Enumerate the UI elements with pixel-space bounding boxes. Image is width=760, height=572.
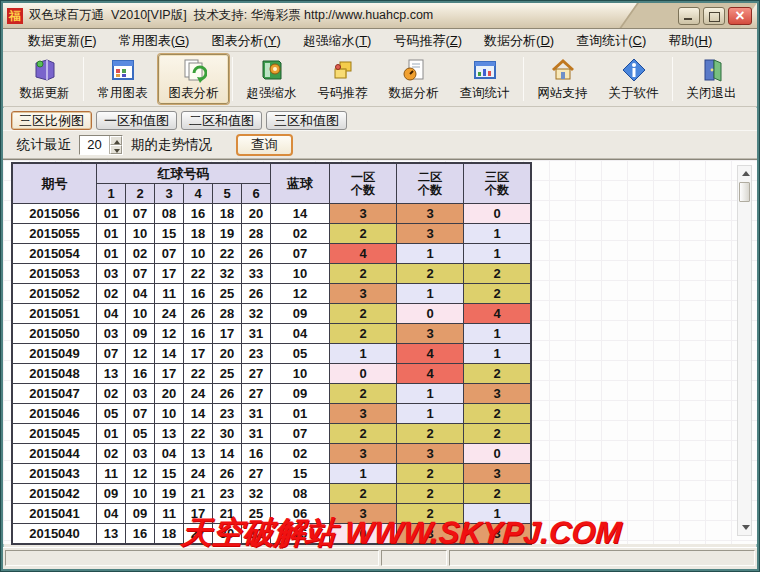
header-zone-2: 二区个数 <box>397 164 464 204</box>
toolbar-button-3[interactable]: 图表分析 <box>158 54 229 104</box>
stepper-up-icon[interactable] <box>110 136 122 145</box>
data-analysis-gauge-icon <box>401 57 427 83</box>
scroll-up-icon[interactable] <box>738 168 751 180</box>
red-ball-cell: 10 <box>126 304 155 324</box>
period-count-value[interactable]: 20 <box>80 136 109 154</box>
period-cell: 2015048 <box>13 364 97 384</box>
close-button[interactable] <box>728 7 752 25</box>
menu-item-7[interactable]: 查询统计(C) <box>565 29 657 51</box>
blue-ball-cell: 01 <box>271 404 330 424</box>
red-ball-cell: 07 <box>155 244 184 264</box>
toolbar-button-6[interactable]: 数据分析 <box>378 54 449 104</box>
zone3-count-cell: 2 <box>464 404 531 424</box>
red-ball-cell: 26 <box>242 244 271 264</box>
toolbar-separator <box>83 57 84 101</box>
toolbar-button-7[interactable]: 查询统计 <box>449 54 520 104</box>
red-ball-cell: 05 <box>126 424 155 444</box>
period-cell: 2015040 <box>13 524 97 544</box>
red-ball-cell: 33 <box>242 264 271 284</box>
table-row: 201504605071014233101312 <box>13 404 531 424</box>
zone1-count-cell: 4 <box>330 244 397 264</box>
menu-item-6[interactable]: 数据分析(D) <box>473 29 565 51</box>
zone3-count-cell: 2 <box>464 364 531 384</box>
zone2-count-cell: 3 <box>397 324 464 344</box>
period-cell: 2015054 <box>13 244 97 264</box>
header-red-col: 3 <box>155 184 184 204</box>
blue-ball-cell: 07 <box>271 244 330 264</box>
toolbar-button-4[interactable]: 超强缩水 <box>236 54 307 104</box>
period-cell: 2015053 <box>13 264 97 284</box>
toolbar-button-5[interactable]: 号码推荐 <box>307 54 378 104</box>
red-ball-cell: 18 <box>184 224 213 244</box>
stat-suffix-label: 期的走势情况 <box>131 136 212 154</box>
red-ball-cell: 20 <box>155 384 184 404</box>
stepper-down-icon[interactable] <box>110 145 122 154</box>
red-ball-cell: 21 <box>184 484 213 504</box>
tab-4[interactable]: 三区和值图 <box>266 111 347 130</box>
maximize-button[interactable] <box>703 7 725 25</box>
zone2-count-cell: 3 <box>397 224 464 244</box>
toolbar-button-label: 关闭退出 <box>687 85 737 102</box>
table-row: 201504501051322303107222 <box>13 424 531 444</box>
query-button[interactable]: 查询 <box>236 134 293 156</box>
menu-item-5[interactable]: 号码推荐(Z) <box>382 29 473 51</box>
menu-item-1[interactable]: 数据更新(F) <box>17 29 108 51</box>
period-cell: 2015044 <box>13 444 97 464</box>
period-cell: 2015045 <box>13 424 97 444</box>
zone2-count-cell: 2 <box>397 424 464 444</box>
scroll-down-icon[interactable] <box>738 521 751 533</box>
period-cell: 2015051 <box>13 304 97 324</box>
blue-ball-cell: 14 <box>271 204 330 224</box>
red-ball-cell: 13 <box>155 424 184 444</box>
toolbar-button-2[interactable]: 常用图表 <box>87 54 158 104</box>
table-row: 201504402030413141602330 <box>13 444 531 464</box>
menu-item-3[interactable]: 图表分析(Y) <box>200 29 291 51</box>
red-ball-cell: 17 <box>184 344 213 364</box>
red-ball-cell: 15 <box>155 464 184 484</box>
red-ball-cell: 16 <box>242 444 271 464</box>
red-ball-cell: 32 <box>213 264 242 284</box>
title-bar[interactable]: 福 双色球百万通 V2010[VIP版] 技术支持: 华海彩票 http://w… <box>3 3 757 29</box>
red-ball-cell: 02 <box>97 284 126 304</box>
zone3-count-cell: 1 <box>464 244 531 264</box>
toolbar-button-8[interactable]: 网站支持 <box>527 54 598 104</box>
vertical-scrollbar[interactable] <box>737 165 752 536</box>
red-ball-cell: 03 <box>126 444 155 464</box>
tab-2[interactable]: 一区和值图 <box>96 111 177 130</box>
menu-item-2[interactable]: 常用图表(G) <box>108 29 201 51</box>
red-ball-cell: 17 <box>213 324 242 344</box>
zone1-count-cell: 3 <box>330 404 397 424</box>
data-update-book-icon <box>32 57 58 83</box>
zone3-count-cell: 0 <box>464 204 531 224</box>
header-blue-ball: 蓝球 <box>271 164 330 204</box>
period-cell: 2015050 <box>13 324 97 344</box>
toolbar-button-9[interactable]: 关于软件 <box>598 54 669 104</box>
zone3-count-cell: 3 <box>464 384 531 404</box>
scrollbar-thumb[interactable] <box>739 182 750 202</box>
zone2-count-cell: 2 <box>397 264 464 284</box>
zone3-count-cell: 1 <box>464 224 531 244</box>
menu-item-4[interactable]: 超强缩水(T) <box>292 29 383 51</box>
menu-item-8[interactable]: 帮助(H) <box>657 29 723 51</box>
toolbar-button-10[interactable]: 关闭退出 <box>676 54 747 104</box>
common-charts-icon <box>110 57 136 83</box>
table-row: 201505501101518192802231 <box>13 224 531 244</box>
table-row: 201505601070816182014330 <box>13 204 531 224</box>
toolbar-button-1[interactable]: 数据更新 <box>9 54 80 104</box>
red-ball-cell: 17 <box>155 264 184 284</box>
toolbar-button-label: 常用图表 <box>98 85 148 102</box>
period-count-stepper[interactable]: 20 <box>79 135 123 155</box>
tab-1[interactable]: 三区比例图 <box>11 111 92 130</box>
red-ball-cell: 27 <box>242 464 271 484</box>
minimize-button[interactable] <box>678 7 700 25</box>
tab-3[interactable]: 二区和值图 <box>181 111 262 130</box>
table-header: 期号红球号码蓝球一区个数二区个数三区个数123456 <box>13 164 531 204</box>
header-red-col: 4 <box>184 184 213 204</box>
red-ball-cell: 27 <box>242 384 271 404</box>
window-controls <box>678 7 752 25</box>
red-ball-cell: 04 <box>97 304 126 324</box>
header-red-col: 6 <box>242 184 271 204</box>
header-red-col: 5 <box>213 184 242 204</box>
stat-prefix-label: 统计最近 <box>17 136 71 154</box>
zone1-count-cell: 2 <box>330 264 397 284</box>
